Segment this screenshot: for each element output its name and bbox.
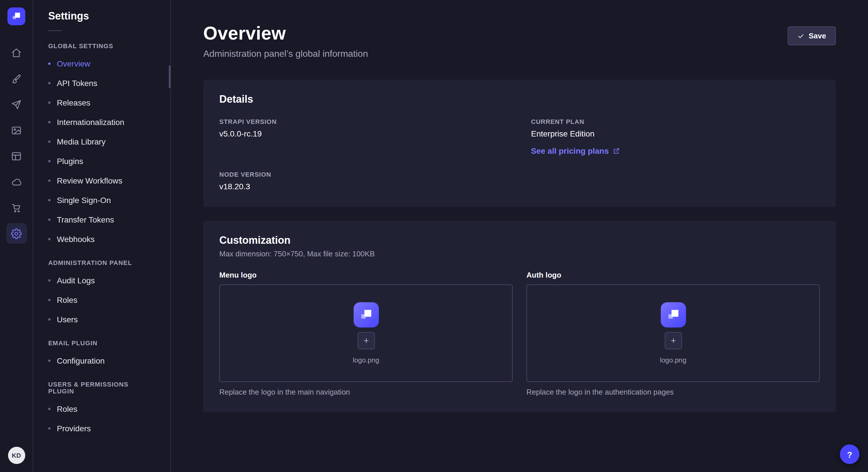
pricing-plans-link[interactable]: See all pricing plans <box>531 146 620 156</box>
auth-logo-add-button[interactable] <box>664 332 682 349</box>
nav-item-label: Single Sign-On <box>57 196 111 205</box>
plus-icon <box>669 337 677 345</box>
main-content: Overview Administration panel’s global i… <box>171 0 868 472</box>
customization-card-subtitle: Max dimension: 750×750, Max file size: 1… <box>219 249 820 258</box>
nav-item-review-workflows[interactable]: Review Workflows <box>33 171 170 191</box>
customization-card-title: Customization <box>219 235 820 247</box>
subnav-scrollbar-thumb[interactable] <box>169 65 170 88</box>
cloud-icon[interactable] <box>6 171 27 192</box>
send-paper-plane-icon[interactable] <box>6 94 27 115</box>
home-icon[interactable] <box>6 42 27 63</box>
nav-item-plugins[interactable]: Plugins <box>33 151 170 171</box>
nav-item-label: Overview <box>57 59 90 68</box>
strapi-logo-glyph <box>359 307 373 322</box>
auth-logo-dropzone[interactable]: logo.png <box>526 284 820 382</box>
check-icon <box>797 32 804 39</box>
save-button-label: Save <box>809 32 826 40</box>
nav-item-label: Roles <box>57 404 78 413</box>
nav-item-label: Roles <box>57 295 78 305</box>
strapi-logo-glyph <box>11 11 22 22</box>
auth-logo-upload: Auth logo logo.png Replac <box>526 271 820 396</box>
nav-item-label: Releases <box>57 98 90 107</box>
nav-item-email-configuration[interactable]: Configuration <box>33 351 170 370</box>
nav-item-admin-users[interactable]: Users <box>33 310 170 329</box>
strapi-logo[interactable] <box>7 7 25 25</box>
help-button[interactable]: ? <box>840 444 859 464</box>
bullet-icon <box>48 218 51 221</box>
nav-item-label: Plugins <box>57 157 83 166</box>
menu-logo-filename: logo.png <box>353 356 379 364</box>
bullet-icon <box>48 279 51 281</box>
bullet-icon <box>48 102 51 104</box>
nav-item-label: Media Library <box>57 137 105 146</box>
bullet-icon <box>48 121 51 123</box>
nav-item-audit-logs[interactable]: Audit Logs <box>33 271 170 290</box>
settings-subnav: Settings GLOBAL SETTINGS Overview API To… <box>33 0 171 472</box>
plus-icon <box>362 337 370 345</box>
media-library-image-icon[interactable] <box>6 120 27 140</box>
auth-logo-label: Auth logo <box>526 271 820 279</box>
bullet-icon <box>48 238 51 240</box>
content-manager-layout-icon[interactable] <box>6 146 27 166</box>
bullet-icon <box>48 82 51 84</box>
nav-item-label: Transfer Tokens <box>57 215 114 224</box>
nav-item-overview[interactable]: Overview <box>33 54 170 73</box>
question-mark-icon: ? <box>847 449 852 459</box>
nav-item-internationalization[interactable]: Internationalization <box>33 112 170 132</box>
menu-logo-dropzone[interactable]: logo.png <box>219 284 513 382</box>
nav-item-up-providers[interactable]: Providers <box>33 419 170 438</box>
menu-logo-caption: Replace the logo in the main navigation <box>219 388 513 396</box>
nav-item-label: API Tokens <box>57 78 97 88</box>
nav-item-transfer-tokens[interactable]: Transfer Tokens <box>33 210 170 229</box>
details-card: Details STRAPI VERSION v5.0.0-rc.19 CURR… <box>203 80 836 207</box>
nav-item-api-tokens[interactable]: API Tokens <box>33 73 170 93</box>
strapi-version-field: STRAPI VERSION v5.0.0-rc.19 <box>219 118 508 156</box>
pricing-plans-link-label: See all pricing plans <box>531 146 609 156</box>
node-version-field: NODE VERSION v18.20.3 <box>219 171 508 191</box>
details-card-title: Details <box>219 94 820 105</box>
external-link-icon <box>613 147 620 155</box>
bullet-icon <box>48 179 51 182</box>
marketplace-cart-icon[interactable] <box>6 197 27 218</box>
field-value: v18.20.3 <box>219 182 508 191</box>
auth-logo-caption: Replace the logo in the authentication p… <box>526 388 820 396</box>
content-type-builder-brush-icon[interactable] <box>6 68 27 89</box>
nav-item-label: Configuration <box>57 356 105 365</box>
auth-logo-filename: logo.png <box>660 356 686 364</box>
subnav-divider <box>48 30 62 31</box>
field-label: CURRENT PLAN <box>531 118 820 125</box>
nav-item-label: Providers <box>57 424 91 433</box>
user-avatar[interactable]: KD <box>8 447 25 464</box>
icon-rail: KD <box>0 0 33 472</box>
nav-item-webhooks[interactable]: Webhooks <box>33 229 170 249</box>
nav-item-label: Users <box>57 315 78 324</box>
settings-gear-icon[interactable] <box>6 223 27 244</box>
field-value: Enterprise Edition <box>531 129 820 138</box>
nav-item-media-library[interactable]: Media Library <box>33 132 170 151</box>
save-button[interactable]: Save <box>787 26 836 45</box>
bullet-icon <box>48 360 51 362</box>
subnav-title: Settings <box>33 10 170 22</box>
field-label: STRAPI VERSION <box>219 118 508 125</box>
bullet-icon <box>48 318 51 321</box>
strapi-logo-glyph <box>665 307 681 322</box>
nav-item-label: Internationalization <box>57 117 124 127</box>
page-title: Overview <box>203 23 368 44</box>
nav-item-single-sign-on[interactable]: Single Sign-On <box>33 191 170 210</box>
auth-logo-preview <box>660 302 686 328</box>
section-heading-email-plugin: EMAIL PLUGIN <box>33 329 170 351</box>
field-value: v5.0.0-rc.19 <box>219 129 508 138</box>
current-plan-field: CURRENT PLAN Enterprise Edition See all … <box>531 118 820 156</box>
menu-logo-add-button[interactable] <box>358 332 375 349</box>
menu-logo-preview <box>353 302 379 328</box>
menu-logo-label: Menu logo <box>219 271 513 279</box>
menu-logo-upload: Menu logo logo.png Replac <box>219 271 513 396</box>
bullet-icon <box>48 140 51 143</box>
nav-item-up-roles[interactable]: Roles <box>33 399 170 419</box>
bullet-icon <box>48 299 51 301</box>
bullet-icon <box>48 160 51 162</box>
bullet-icon <box>48 408 51 410</box>
nav-item-admin-roles[interactable]: Roles <box>33 290 170 310</box>
nav-item-releases[interactable]: Releases <box>33 93 170 112</box>
nav-item-label: Review Workflows <box>57 176 122 185</box>
